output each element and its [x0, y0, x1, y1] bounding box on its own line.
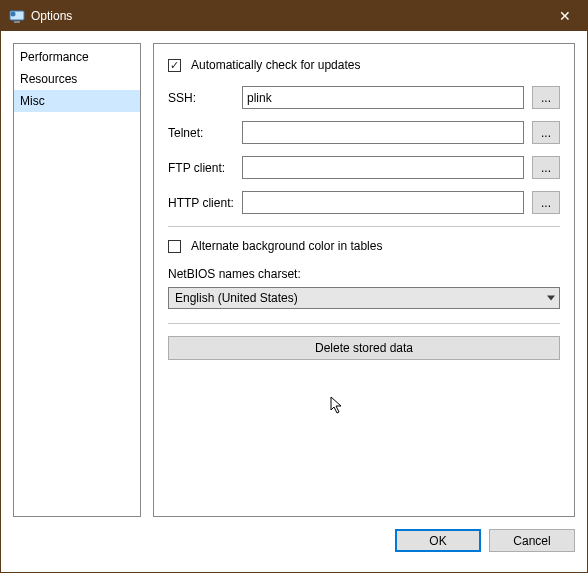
content-area: Performance Resources Misc Automatically… [1, 31, 587, 529]
ftp-browse-button[interactable]: ... [532, 156, 560, 179]
telnet-label: Telnet: [168, 126, 242, 140]
ssh-input[interactable] [242, 86, 524, 109]
cancel-button[interactable]: Cancel [489, 529, 575, 552]
charset-value: English (United States) [175, 291, 298, 305]
ftp-label: FTP client: [168, 161, 242, 175]
separator [168, 226, 560, 227]
close-icon: ✕ [559, 8, 571, 24]
sidebar-item-label: Misc [20, 94, 45, 108]
chevron-down-icon [547, 296, 555, 301]
http-browse-button[interactable]: ... [532, 191, 560, 214]
ok-button[interactable]: OK [395, 529, 481, 552]
sidebar-item-performance[interactable]: Performance [14, 46, 140, 68]
charset-label: NetBIOS names charset: [168, 267, 560, 281]
ssh-label: SSH: [168, 91, 242, 105]
window-title: Options [31, 9, 72, 23]
alt-bg-row[interactable]: Alternate background color in tables [168, 239, 560, 253]
alt-bg-label: Alternate background color in tables [191, 239, 382, 253]
settings-panel: Automatically check for updates SSH: ...… [153, 43, 575, 517]
svg-rect-1 [14, 21, 20, 23]
http-label: HTTP client: [168, 196, 242, 210]
auto-update-label: Automatically check for updates [191, 58, 360, 72]
titlebar: Options ✕ [1, 1, 587, 31]
ssh-row: SSH: ... [168, 86, 560, 109]
http-input[interactable] [242, 191, 524, 214]
cursor-icon [330, 396, 346, 416]
separator [168, 323, 560, 324]
telnet-row: Telnet: ... [168, 121, 560, 144]
telnet-browse-button[interactable]: ... [532, 121, 560, 144]
telnet-input[interactable] [242, 121, 524, 144]
app-icon [9, 8, 25, 24]
svg-point-2 [11, 12, 16, 17]
sidebar-item-resources[interactable]: Resources [14, 68, 140, 90]
ftp-input[interactable] [242, 156, 524, 179]
close-button[interactable]: ✕ [542, 1, 587, 31]
category-sidebar: Performance Resources Misc [13, 43, 141, 517]
checkbox-icon [168, 240, 181, 253]
delete-stored-data-button[interactable]: Delete stored data [168, 336, 560, 360]
sidebar-item-misc[interactable]: Misc [14, 90, 140, 112]
http-row: HTTP client: ... [168, 191, 560, 214]
dialog-footer: OK Cancel [1, 529, 587, 559]
ssh-browse-button[interactable]: ... [532, 86, 560, 109]
ftp-row: FTP client: ... [168, 156, 560, 179]
auto-update-row[interactable]: Automatically check for updates [168, 58, 560, 72]
sidebar-item-label: Resources [20, 72, 77, 86]
checkbox-icon [168, 59, 181, 72]
sidebar-item-label: Performance [20, 50, 89, 64]
charset-dropdown[interactable]: English (United States) [168, 287, 560, 309]
